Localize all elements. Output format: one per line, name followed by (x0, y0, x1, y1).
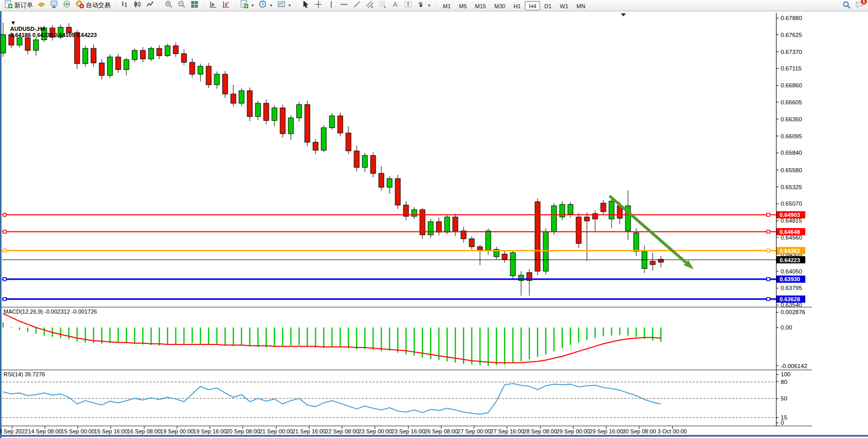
line-chart-icon (146, 0, 155, 11)
trendline-button[interactable] (350, 1, 363, 11)
timeframe-M1-button[interactable]: M1 (439, 1, 455, 10)
chevron-down-icon[interactable]: ▼ (269, 4, 273, 7)
timeframe-M30-button[interactable]: M30 (490, 1, 509, 10)
periods-button[interactable]: ▼ (256, 1, 275, 11)
svg-text:15 Sep 00:00: 15 Sep 00:00 (61, 428, 95, 434)
chart-ohlc-values: 0.64186 0.64230 0.64105 0.64223 (10, 32, 97, 38)
candle (535, 202, 540, 271)
timeframe-W1-button[interactable]: W1 (556, 1, 572, 10)
rsi-level-lines (2, 382, 776, 417)
svg-text:0.66350: 0.66350 (781, 116, 802, 122)
candle (280, 108, 285, 134)
channel-icon: E (365, 0, 374, 11)
chart-shift-button[interactable] (219, 1, 232, 11)
collapse-triangle-icon[interactable]: ▼ (10, 20, 16, 26)
candle (477, 247, 483, 250)
search-icon[interactable] (842, 1, 851, 11)
new-order-button-label: 新订单 (14, 1, 33, 10)
bar-chart-button[interactable] (118, 1, 131, 11)
fibonacci-button[interactable]: F (376, 1, 389, 11)
new-order-button[interactable]: 新订单 (2, 1, 35, 11)
date-axis[interactable]: 13 Sep 202214 Sep 08:0015 Sep 00:0015 Se… (0, 426, 687, 434)
candle (297, 104, 302, 118)
hline-resistance-2[interactable]: 0.64648 (2, 228, 805, 235)
notification-badge: 1 (861, 0, 867, 5)
svg-text:T: T (407, 2, 410, 8)
hline-support-2[interactable]: 0.63628 (2, 296, 805, 303)
new-order-icon (4, 0, 13, 11)
timeframe-MN-button[interactable]: MN (572, 1, 589, 10)
chart-shift-marker[interactable] (621, 13, 626, 16)
candle (354, 151, 359, 167)
label-button[interactable]: T (402, 1, 415, 11)
svg-text:0.65580: 0.65580 (781, 167, 802, 173)
vertical-line-button[interactable] (325, 1, 338, 11)
candle (445, 217, 450, 232)
candle (510, 253, 515, 276)
candle (428, 222, 433, 235)
signals-button[interactable] (61, 1, 73, 11)
timeframe-H4-button[interactable]: H4 (525, 1, 540, 10)
rsi-axis: 1008050150 (776, 371, 790, 426)
svg-text:A: A (393, 1, 397, 8)
crosshair-icon (314, 0, 323, 11)
svg-text:0.64050: 0.64050 (781, 268, 802, 275)
price-chart[interactable]: 0.678800.676250.673700.671150.668600.666… (0, 0, 868, 438)
svg-text:50: 50 (781, 395, 787, 402)
candlestick-button[interactable] (131, 1, 144, 11)
svg-text:0.66860: 0.66860 (781, 82, 802, 88)
timeframe-M15-button[interactable]: M15 (471, 1, 490, 10)
svg-text:26 Sep 08:00: 26 Sep 08:00 (424, 428, 458, 434)
svg-text:19 Sep 00:00: 19 Sep 00:00 (160, 428, 194, 434)
window-border-left (0, 11, 2, 438)
candle (99, 63, 104, 75)
channel-button[interactable]: E (363, 1, 376, 11)
hline-pivot-orange[interactable]: 0.64362 (2, 247, 805, 254)
candlestick-icon (133, 0, 142, 11)
trendline-icon (353, 0, 361, 11)
zoom-in-button[interactable] (162, 1, 175, 11)
chart-symbol-period: AUDUSD-,H4 (10, 26, 45, 32)
svg-text:0.64362: 0.64362 (780, 248, 800, 254)
hline-support-1[interactable]: 0.63930 (2, 276, 805, 283)
svg-text:0.64648: 0.64648 (780, 229, 800, 235)
candle (206, 66, 211, 85)
line-handle (767, 213, 770, 216)
timeframe-H1-button[interactable]: H1 (509, 1, 525, 10)
candle (181, 53, 187, 62)
market-watch-button[interactable] (35, 1, 48, 11)
chat-button[interactable]: 1 (855, 1, 864, 11)
templates-button[interactable]: ▼ (275, 1, 293, 11)
svg-text:0.67115: 0.67115 (781, 65, 802, 71)
candle (305, 104, 310, 142)
candle (132, 50, 137, 60)
chevron-down-icon[interactable]: ▼ (251, 4, 254, 7)
trend-arrow-annotation[interactable] (610, 196, 694, 269)
crosshair-button[interactable] (312, 1, 325, 11)
new-chart-button[interactable]: ▼ (238, 1, 256, 11)
text-icon: A (391, 0, 400, 11)
svg-text:0.65070: 0.65070 (781, 200, 802, 207)
line-chart-button[interactable] (144, 1, 157, 11)
auto-scroll-button[interactable] (207, 1, 219, 11)
tile-windows-button[interactable] (188, 1, 201, 11)
horizontal-line-button[interactable] (338, 1, 350, 11)
arrows-button[interactable]: ▼ (415, 1, 433, 11)
zoom-out-button[interactable] (175, 1, 188, 11)
terminal-button[interactable] (48, 1, 61, 11)
candle (412, 210, 417, 216)
signals-icon (63, 0, 71, 11)
timeframe-M5-button[interactable]: M5 (455, 1, 471, 10)
autotrading-button[interactable]: 自动交易 (73, 1, 113, 11)
cursor-button[interactable] (299, 1, 312, 11)
svg-text:0.63540: 0.63540 (781, 302, 802, 308)
timeframe-D1-button[interactable]: D1 (540, 1, 556, 10)
fibonacci-icon: F (378, 0, 387, 11)
zoom-out-icon (177, 0, 186, 11)
chevron-down-icon[interactable]: ▼ (428, 4, 431, 7)
toolbar-separator (158, 1, 161, 10)
text-button[interactable]: A (389, 1, 402, 11)
chevron-down-icon[interactable]: ▼ (288, 4, 291, 7)
candle (313, 142, 318, 150)
svg-text:16 Sep 08:00: 16 Sep 08:00 (127, 428, 160, 434)
